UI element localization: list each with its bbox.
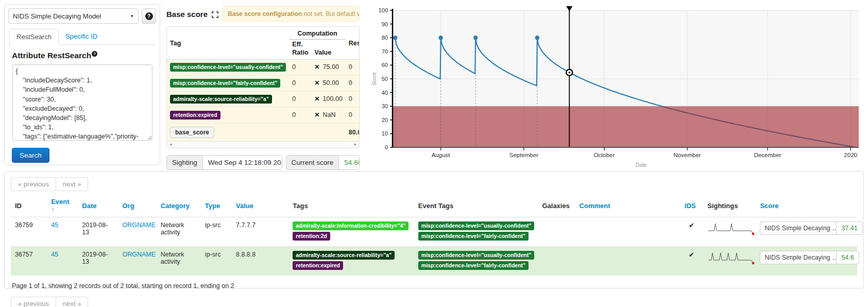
cell-galaxies [538, 217, 575, 247]
pagination-bottom: « previous next » [11, 297, 88, 307]
column-header-event[interactable]: Event ↑ [47, 195, 78, 217]
column-header-type[interactable]: Type [201, 195, 232, 217]
scroll-left-icon[interactable]: ◄ [168, 142, 173, 147]
next-page-button[interactable]: next » [56, 297, 88, 307]
total-label-cell: base_score [167, 123, 289, 141]
event-link[interactable]: 45 [51, 251, 58, 258]
column-header-date[interactable]: Date [78, 195, 118, 217]
decay-chart[interactable]: 0102030405060708090100AugustSeptemberOct… [361, 3, 868, 169]
cell-org: ORGNAME [118, 217, 156, 247]
column-header-id: ID [11, 195, 47, 217]
cell-event: 45 [47, 247, 78, 276]
cell-id: 36757 [11, 247, 47, 276]
x-tick-label: August [432, 152, 451, 158]
caret-down-icon: ▼ [130, 14, 134, 19]
tab-specific-id[interactable]: Specific ID [59, 29, 104, 45]
help-icon: ? [145, 12, 153, 20]
value-cell: ✕75.00 [312, 59, 346, 75]
restsearch-heading: Attribute RestSearch? [12, 51, 155, 60]
cell-galaxies [538, 247, 575, 276]
result-cell: 0 [346, 59, 360, 75]
tag-column-header: Tag [167, 27, 289, 59]
y-tick-label: 30 [382, 103, 388, 109]
base-score-row: misp:confidence-level="fairly-confident"… [167, 75, 360, 91]
event-tag-badge: misp:confidence-level="fairly-confident" [418, 232, 529, 241]
column-header-org[interactable]: Org [118, 195, 156, 217]
column-header-score[interactable]: Score [756, 195, 857, 217]
x-tick-label: December [754, 152, 781, 158]
sparkline-end-dot [752, 233, 755, 235]
previous-page-button[interactable]: « previous [11, 177, 56, 191]
base-score-table-container: Tag Computation Result Eff.Ratio Value m… [166, 26, 360, 148]
table-h-scrollbar[interactable]: ◄ ► [167, 141, 359, 148]
column-header-ids[interactable]: IDS [680, 195, 703, 217]
spacer-cell [289, 123, 311, 141]
query-textarea[interactable]: { "includeDecayScore": 1, "includeFullMo… [12, 64, 152, 141]
column-header-value[interactable]: Value [232, 195, 288, 217]
x-tick-label: September [509, 152, 538, 158]
cell-score: NIDS Simple Decaying …54.6 [756, 247, 857, 276]
base-score-title: Base score [166, 10, 208, 19]
column-header-category[interactable]: Category [157, 195, 201, 217]
cell-sightings [703, 247, 756, 276]
ids-check-icon: ✔ [685, 251, 694, 259]
score-model-label: NIDS Simple Decaying … [760, 222, 837, 234]
expand-icon[interactable] [212, 11, 218, 18]
score-value: 37.41 [837, 222, 862, 234]
column-header-event-tags: Event Tags [414, 195, 538, 217]
org-link[interactable]: ORGNAME [122, 251, 156, 258]
previous-page-button[interactable]: « previous [11, 297, 56, 307]
y-tick-label: 20 [382, 117, 388, 123]
y-tick-label: 0 [385, 144, 388, 150]
sighting-dot [393, 36, 397, 40]
scroll-right-icon[interactable]: ► [353, 142, 358, 147]
event-link[interactable]: 45 [51, 221, 58, 229]
eff-ratio-cell: 0 [289, 91, 311, 107]
spacer-cell [312, 123, 346, 141]
current-score-value: 54.60 [339, 156, 360, 169]
y-tick-label: 70 [382, 48, 388, 55]
model-select[interactable]: NIDS Simple Decaying Model ▼ [8, 8, 139, 24]
cell-comment [575, 217, 680, 247]
search-button[interactable]: Search [12, 148, 49, 163]
eff-ratio-cell: 0 [289, 75, 311, 91]
org-link[interactable]: ORGNAME [122, 221, 156, 229]
threshold-zone [393, 106, 859, 147]
sighting-dot [473, 36, 478, 40]
eff-ratio-cell: 0 [289, 59, 311, 75]
eff-ratio-column-header: Eff.Ratio [289, 40, 311, 59]
base-score-rows: misp:confidence-level="usually-confident… [167, 59, 360, 141]
base-score-row: misp:confidence-level="usually-confident… [167, 59, 360, 75]
score-value: 54.6 [837, 251, 858, 264]
cursor-score-marker-dot [568, 72, 570, 74]
base-score-alert: Base score configuration not set. But de… [223, 6, 360, 22]
sightings-sparkline [707, 251, 757, 266]
base-score-table: Tag Computation Result Eff.Ratio Value m… [167, 27, 360, 141]
tab-restsearch[interactable]: RestSearch [9, 29, 59, 45]
next-page-button[interactable]: next » [56, 177, 88, 191]
y-tick-label: 10 [382, 130, 388, 137]
tag-cell: retention:expired [167, 107, 289, 123]
sightings-sparkline [707, 221, 757, 237]
column-header-galaxies: Galaxies [538, 195, 575, 217]
y-tick-label: 50 [382, 76, 388, 82]
tag-badge: retention:expired [293, 261, 343, 270]
tag-badge: admiralty-scale:source-reliability="a" [170, 95, 272, 104]
base-score-total-badge: base_score [170, 127, 214, 138]
cell-ids: ✔ [680, 217, 703, 247]
cell-tags: admiralty-scale:information-credibility=… [288, 217, 414, 247]
multiply-icon: ✕ [315, 95, 320, 103]
cell-id: 36759 [11, 217, 47, 247]
cell-category: Network activity [157, 247, 201, 276]
results-panel: « previous next » IDEvent ↑DateOrgCatego… [4, 171, 864, 288]
cell-comment [575, 247, 680, 276]
cell-event: 45 [47, 217, 78, 247]
multiply-icon: ✕ [315, 63, 320, 71]
cell-score: NIDS Simple Decaying …37.41 [756, 217, 857, 247]
model-help-button[interactable]: ? [142, 8, 156, 24]
base-score-total-value: 80.00 [346, 123, 360, 141]
y-axis-title: Score [371, 72, 377, 86]
event-tag-badge: misp:confidence-level="usually-confident… [418, 221, 534, 230]
sighting-label: Sighting [167, 156, 203, 169]
column-header-comment[interactable]: Comment [575, 195, 680, 217]
